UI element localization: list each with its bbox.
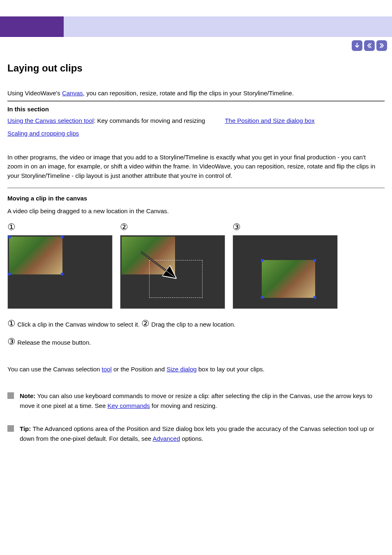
cap3-num-icon: ③: [7, 336, 16, 347]
page-title: Laying out clips: [7, 62, 385, 74]
cap2-num-icon: ②: [141, 318, 150, 329]
moving-title: Moving a clip in the canvas: [7, 195, 385, 202]
label-1-icon: ①: [7, 222, 16, 233]
note-title: Note:: [20, 392, 37, 399]
divider-mid: [7, 188, 385, 188]
key-commands-link[interactable]: Key commands: [107, 402, 150, 409]
body-paragraph-1: In other programs, the video or image th…: [7, 153, 377, 181]
thumbnail-3: [233, 235, 338, 309]
image-col-1: ①: [7, 222, 113, 309]
size-dialog-link[interactable]: Size dialog: [166, 366, 196, 373]
image-col-2: ②: [120, 222, 225, 309]
intro-text: Using VideoWave's Canvas, you can reposi…: [7, 89, 385, 98]
page-header: [0, 16, 392, 37]
header-left-block: [0, 16, 64, 37]
advanced-link[interactable]: Advanced: [153, 435, 180, 442]
scroll-down-icon[interactable]: [352, 40, 362, 51]
link-dialog[interactable]: The Position and Size dialog box: [225, 117, 314, 124]
cap1-text: Click a clip in the Canvas window to sel…: [16, 321, 141, 328]
label-3-icon: ③: [233, 222, 241, 233]
canvas-note-mid: or the Position and: [112, 366, 166, 373]
cap1-num-icon: ①: [7, 318, 16, 329]
key-cmd-suffix: : Key commands for moving and resizing: [94, 117, 205, 124]
link-row: Using the Canvas selection tool: Key com…: [7, 115, 385, 139]
svg-line-1: [141, 252, 174, 276]
canvas-note-suffix: box to lay out your clips.: [197, 366, 265, 373]
header-right-block: [64, 16, 392, 37]
caption-line: ① Click a clip in the Canvas window to s…: [7, 315, 385, 351]
bullet-icon: [7, 392, 14, 399]
thumbnail-1: [7, 235, 113, 309]
prev-page-icon[interactable]: [364, 40, 375, 51]
link-scale-crop[interactable]: Scaling and cropping clips: [7, 128, 79, 139]
intro-suffix: , you can reposition, resize, rotate and…: [83, 90, 294, 97]
tool-link[interactable]: tool: [102, 366, 112, 373]
link-using-tool[interactable]: Using the Canvas selection tool: [7, 117, 94, 124]
cap2-text: Drag the clip to a new location.: [150, 321, 235, 328]
image-col-3: ③: [233, 222, 338, 309]
moving-desc: A video clip being dragged to a new loca…: [7, 207, 385, 214]
tip-block: Tip: The Advanced options area of the Po…: [7, 424, 385, 444]
divider-top: [7, 101, 385, 101]
label-2-icon: ②: [120, 222, 128, 233]
thumbnail-2: [120, 235, 225, 309]
tip-after: options.: [180, 435, 203, 442]
image-row: ① ② ③: [7, 222, 385, 309]
note-block: Note: You can also use keyboard commands…: [7, 391, 385, 411]
cap3-text: Release the mouse button.: [16, 339, 91, 346]
section-label: In this section: [7, 106, 385, 113]
tip-title: Tip:: [20, 425, 32, 432]
bullet-icon: [7, 425, 14, 432]
note-after: for moving and resizing.: [150, 402, 217, 409]
canvas-note-prefix: You can use the Canvas selection: [7, 366, 102, 373]
intro-prefix: Using VideoWave's: [7, 90, 62, 97]
canvas-note: You can use the Canvas selection tool or…: [7, 363, 385, 375]
nav-icon-row: [0, 40, 392, 51]
canvas-link[interactable]: Canvas: [62, 90, 83, 97]
next-page-icon[interactable]: [376, 40, 387, 51]
